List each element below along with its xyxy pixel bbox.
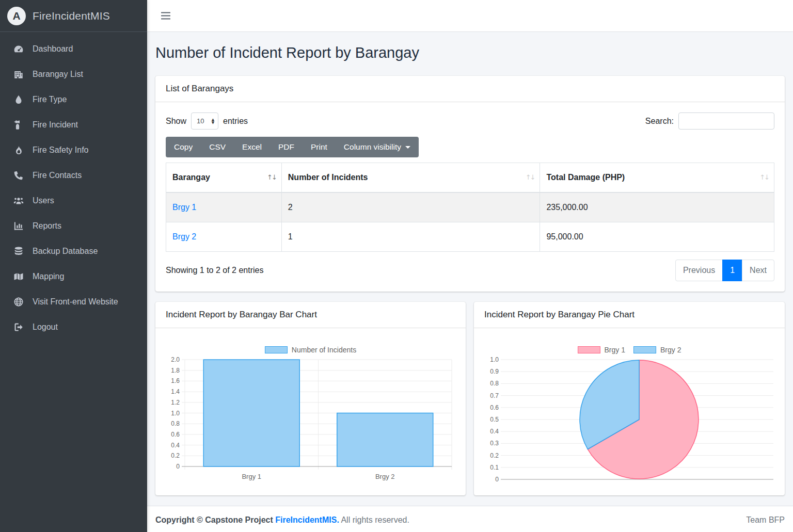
sidebar-item-fire-type[interactable]: Fire Type bbox=[5, 89, 142, 110]
svg-text:0.6: 0.6 bbox=[490, 404, 499, 411]
sidebar-item-label: Fire Type bbox=[33, 95, 67, 104]
pagination-page-1[interactable]: 1 bbox=[722, 260, 742, 281]
page-title: Number of Incident Report by Barangay bbox=[155, 44, 785, 61]
entries-select[interactable]: 10 ▲▼ bbox=[191, 112, 218, 130]
sidebar-nav: DashboardBarangay ListFire TypeFire Inci… bbox=[0, 32, 147, 348]
pagination-next[interactable]: Next bbox=[742, 260, 774, 281]
show-label: Show bbox=[166, 117, 186, 126]
footer-copyright-bold: Copyright © Capstone Project bbox=[155, 515, 273, 524]
print-button[interactable]: Print bbox=[303, 137, 336, 157]
table-info: Showing 1 to 2 of 2 entries bbox=[166, 266, 263, 275]
pie-chart-card-body: Brgy 1Brgy 2 00.10.20.30.40.50.60.70.80.… bbox=[474, 328, 785, 495]
legend-brgy-2[interactable]: Brgy 2 bbox=[633, 346, 681, 354]
barangay-list-card-body: Show 10 ▲▼ entries Search: CopyCSVExcelP… bbox=[155, 102, 785, 292]
pagination-previous[interactable]: Previous bbox=[675, 260, 723, 281]
bar-chart-card: Incident Report by Barangay Bar Chart Nu… bbox=[155, 302, 466, 495]
cell-incidents: 2 bbox=[281, 192, 540, 222]
sidebar-item-visit-front-end-website[interactable]: Visit Front-end Website bbox=[5, 291, 142, 312]
legend-brgy-1[interactable]: Brgy 1 bbox=[578, 346, 625, 354]
svg-text:0.2: 0.2 bbox=[171, 452, 180, 459]
sidebar-item-fire-contacts[interactable]: Fire Contacts bbox=[5, 165, 142, 186]
cell-incidents: 1 bbox=[281, 222, 540, 252]
tachometer-icon bbox=[13, 44, 24, 54]
excel-button[interactable]: Excel bbox=[234, 137, 270, 157]
column-visibility-button[interactable]: Column visibility bbox=[336, 137, 419, 157]
cell-barangay: Brgy 1 bbox=[166, 192, 282, 222]
sidebar-item-users[interactable]: Users bbox=[5, 190, 142, 211]
legend-swatch bbox=[633, 346, 656, 353]
app-title: FireIncidentMIS bbox=[33, 10, 110, 22]
main-area: Number of Incident Report by Barangay Li… bbox=[147, 0, 793, 532]
logout-icon bbox=[13, 322, 24, 332]
cell-barangay: Brgy 2 bbox=[166, 222, 282, 252]
sidebar-item-label: Fire Incident bbox=[33, 120, 78, 130]
sidebar-item-fire-incident[interactable]: Fire Incident bbox=[5, 114, 142, 135]
sidebar-item-label: Logout bbox=[33, 323, 58, 332]
sidebar-item-fire-safety-info[interactable]: Fire Safety Info bbox=[5, 139, 142, 160]
sidebar-item-reports[interactable]: Reports bbox=[5, 215, 142, 236]
column-header-total-damage-php[interactable]: Total Damage (PHP)↑↓ bbox=[540, 163, 774, 193]
sidebar-item-backup-database[interactable]: Backup Database bbox=[5, 240, 142, 262]
column-header-number-of-incidents[interactable]: Number of Incidents↑↓ bbox=[281, 163, 540, 193]
sidebar-item-logout[interactable]: Logout bbox=[5, 316, 142, 337]
bar-chart-card-header: Incident Report by Barangay Bar Chart bbox=[155, 302, 466, 328]
bar-chart-legend: Number of Incidents bbox=[166, 346, 455, 354]
copy-button[interactable]: Copy bbox=[166, 137, 201, 157]
svg-text:0.7: 0.7 bbox=[490, 392, 499, 399]
barangay-table: Barangay↑↓Number of Incidents↑↓Total Dam… bbox=[166, 163, 774, 252]
sidebar-item-label: Mapping bbox=[33, 272, 64, 281]
barangay-link[interactable]: Brgy 1 bbox=[172, 203, 196, 212]
sidebar-item-label: Dashboard bbox=[33, 44, 73, 54]
sidebar-item-barangay-list[interactable]: Barangay List bbox=[5, 63, 142, 85]
svg-text:1.2: 1.2 bbox=[171, 399, 180, 406]
content-area: Number of Incident Report by Barangay Li… bbox=[147, 32, 793, 506]
sidebar-item-label: Reports bbox=[33, 221, 61, 231]
svg-text:0.6: 0.6 bbox=[171, 431, 180, 438]
globe-icon bbox=[13, 297, 24, 307]
column-header-label: Number of Incidents bbox=[288, 173, 368, 182]
column-header-barangay[interactable]: Barangay↑↓ bbox=[166, 163, 282, 193]
legend-number-of-incidents[interactable]: Number of Incidents bbox=[265, 346, 356, 354]
svg-text:1.0: 1.0 bbox=[171, 410, 180, 417]
legend-label: Brgy 1 bbox=[605, 346, 625, 354]
column-header-label: Barangay bbox=[172, 173, 210, 182]
sort-icon: ↑↓ bbox=[267, 171, 276, 184]
map-icon bbox=[13, 271, 24, 282]
menu-toggle-button[interactable] bbox=[155, 9, 176, 23]
search-control: Search: bbox=[645, 112, 774, 130]
hamburger-icon bbox=[161, 12, 170, 20]
cell-damage: 235,000.00 bbox=[540, 192, 774, 222]
charts-row: Incident Report by Barangay Bar Chart Nu… bbox=[155, 302, 785, 506]
card-title: List of Barangays bbox=[166, 84, 233, 93]
sort-icon: ↑↓ bbox=[759, 171, 769, 184]
svg-text:1.4: 1.4 bbox=[171, 388, 180, 395]
pie-chart: 00.10.20.30.40.50.60.70.80.91.0 bbox=[484, 356, 774, 485]
sort-icon: ↑↓ bbox=[526, 171, 535, 184]
pagination: Previous1Next bbox=[675, 260, 774, 281]
sidebar-brand[interactable]: A FireIncidentMIS bbox=[0, 0, 147, 32]
entries-length-control: Show 10 ▲▼ entries bbox=[166, 112, 248, 130]
table-header-row: Barangay↑↓Number of Incidents↑↓Total Dam… bbox=[166, 163, 774, 193]
pie-chart-card: Incident Report by Barangay Pie Chart Br… bbox=[474, 302, 785, 495]
svg-text:0.8: 0.8 bbox=[171, 420, 180, 427]
barangay-list-card-header: List of Barangays bbox=[155, 76, 785, 102]
table-row: Brgy 2195,000.00 bbox=[166, 222, 774, 252]
svg-text:0.2: 0.2 bbox=[490, 452, 499, 459]
caret-down-icon bbox=[405, 146, 410, 149]
sidebar: A FireIncidentMIS DashboardBarangay List… bbox=[0, 0, 147, 532]
footer-copyright: Copyright © Capstone Project FireInciden… bbox=[155, 515, 409, 525]
sidebar-item-dashboard[interactable]: Dashboard bbox=[5, 38, 142, 59]
svg-text:Brgy 1: Brgy 1 bbox=[242, 473, 261, 480]
pdf-button[interactable]: PDF bbox=[270, 137, 303, 157]
sidebar-item-mapping[interactable]: Mapping bbox=[5, 266, 142, 287]
sidebar-item-label: Fire Contacts bbox=[33, 171, 82, 180]
footer-brand-link[interactable]: FireIncidentMIS. bbox=[275, 515, 339, 524]
barangay-link[interactable]: Brgy 2 bbox=[172, 232, 196, 241]
csv-button[interactable]: CSV bbox=[201, 137, 234, 157]
card-title: Incident Report by Barangay Bar Chart bbox=[166, 310, 317, 319]
search-input[interactable] bbox=[678, 112, 774, 130]
table-row: Brgy 12235,000.00 bbox=[166, 192, 774, 222]
svg-text:0.4: 0.4 bbox=[490, 428, 499, 435]
svg-text:0.4: 0.4 bbox=[171, 442, 180, 449]
legend-label: Brgy 2 bbox=[660, 346, 681, 354]
